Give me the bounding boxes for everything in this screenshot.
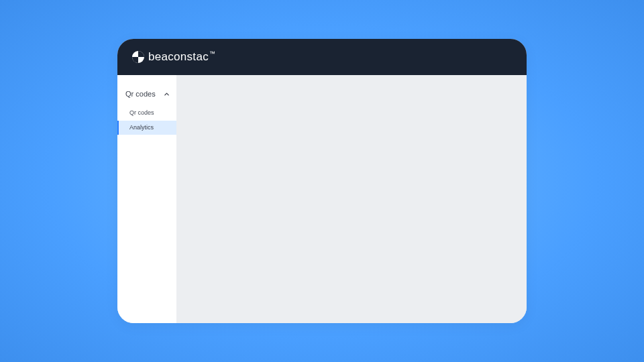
brand-logo[interactable]: beaconstac™ bbox=[132, 50, 215, 64]
sidebar-item-qrcodes[interactable]: Qr codes bbox=[117, 106, 176, 121]
sidebar-section-qrcodes[interactable]: Qr codes bbox=[117, 87, 176, 101]
sidebar-section-label: Qr codes bbox=[125, 90, 156, 98]
beaconstac-logo-icon bbox=[132, 51, 144, 63]
sidebar-items: Qr codes Analytics bbox=[117, 106, 176, 135]
brand-name: beaconstac™ bbox=[148, 50, 215, 64]
sidebar: Qr codes Qr codes Analytics bbox=[117, 75, 176, 323]
app-header: beaconstac™ bbox=[117, 39, 527, 75]
sidebar-item-label: Qr codes bbox=[129, 109, 154, 116]
sidebar-item-label: Analytics bbox=[129, 124, 154, 131]
main-content bbox=[176, 75, 527, 323]
app-body: Qr codes Qr codes Analytics bbox=[117, 75, 527, 323]
sidebar-item-analytics[interactable]: Analytics bbox=[117, 121, 176, 135]
app-window: beaconstac™ Qr codes Qr codes Analytics bbox=[117, 39, 527, 323]
chevron-up-icon bbox=[163, 90, 170, 97]
